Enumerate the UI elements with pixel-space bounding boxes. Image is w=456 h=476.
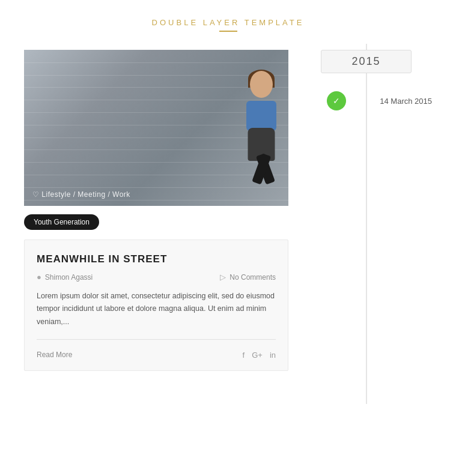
person-figure <box>234 65 288 185</box>
category-text: ♡ Lifestyle / Meeting / Work <box>32 190 130 199</box>
post-image: ♡ Lifestyle / Meeting / Work <box>24 50 288 206</box>
timeline-date: 14 March 2015 <box>380 97 432 106</box>
post-comments: ▷ No Comments <box>220 273 276 282</box>
post-excerpt: Lorem ipsum dolor sit amet, consectetur … <box>37 290 276 340</box>
comment-icon: ▷ <box>220 273 226 282</box>
year-section: 2015 <box>300 44 432 73</box>
facebook-link[interactable]: f <box>243 351 245 360</box>
googleplus-link[interactable]: G+ <box>252 351 263 360</box>
post-categories: ♡ Lifestyle / Meeting / Work <box>32 190 130 199</box>
post-meta: ● Shimon Agassi ▷ No Comments <box>37 273 276 282</box>
linkedin-link[interactable]: in <box>270 351 276 360</box>
post-card: MEANWHILE IN STREET ● Shimon Agassi ▷ No… <box>24 240 288 371</box>
figure-jacket <box>246 101 276 131</box>
timeline-dot-container: ✓ 14 March 2015 <box>300 91 432 110</box>
post-title: MEANWHILE IN STREET <box>37 253 276 265</box>
read-more-link[interactable]: Read More <box>37 351 72 359</box>
author-icon: ● <box>37 273 41 282</box>
page-header: DOUBLE LAYER TEMPLATE <box>0 0 456 44</box>
post-tag: Youth Generation <box>24 214 99 230</box>
dot-icon: ✓ <box>333 96 340 106</box>
post-footer: Read More f G+ in <box>37 351 276 360</box>
figure-head <box>250 71 273 98</box>
comments-text: No Comments <box>230 273 276 282</box>
year-badge: 2015 <box>321 50 411 73</box>
author-name: Shimon Agassi <box>45 273 93 282</box>
timeline-area: 2015 ✓ 14 March 2015 <box>300 44 432 404</box>
post-author: ● Shimon Agassi <box>37 273 93 282</box>
page-title: DOUBLE LAYER TEMPLATE <box>0 18 456 27</box>
title-underline <box>219 31 237 32</box>
timeline-dot: ✓ <box>327 91 346 110</box>
content-left: ♡ Lifestyle / Meeting / Work Youth Gener… <box>24 44 300 404</box>
social-links: f G+ in <box>243 351 276 360</box>
post-image-bg: ♡ Lifestyle / Meeting / Work <box>24 50 288 206</box>
main-layout: ♡ Lifestyle / Meeting / Work Youth Gener… <box>0 44 456 404</box>
